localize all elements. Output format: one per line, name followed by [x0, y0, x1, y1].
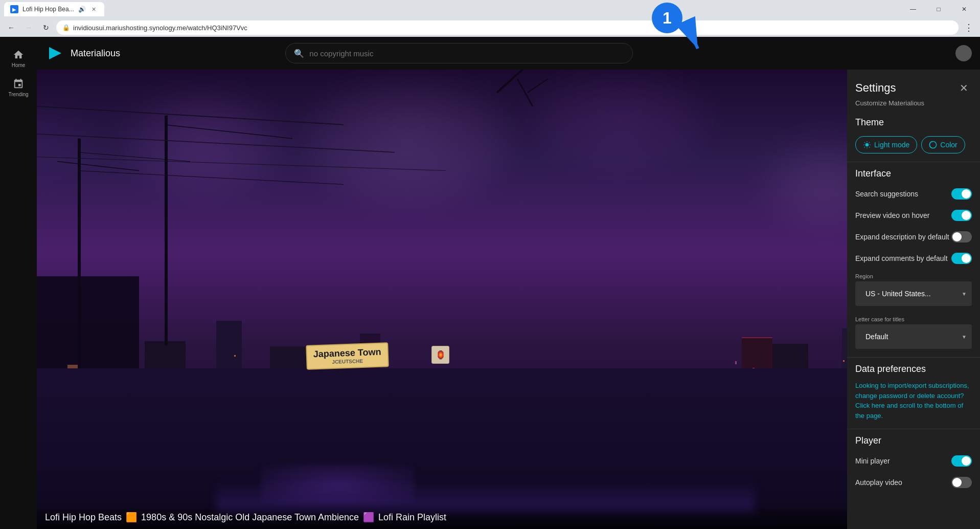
expand-comments-row: Expand comments by default ✓: [847, 248, 980, 269]
search-suggestions-label: Search suggestions: [855, 190, 918, 198]
preview-video-label: Preview video on hover: [855, 211, 930, 219]
player-section-title: Player: [847, 431, 980, 450]
sidebar-trending-label: Trending: [8, 92, 28, 97]
search-suggestions-toggle[interactable]: ✓: [951, 188, 972, 200]
video-title-emoji1: 🟧: [126, 512, 137, 523]
sidebar-item-trending[interactable]: Trending: [2, 74, 35, 101]
home-icon: [13, 49, 24, 60]
restore-button[interactable]: □: [927, 1, 950, 17]
expand-comments-label: Expand comments by default: [855, 254, 948, 262]
browser-toolbar: ← → ↻ 🔒 invidiousui.mariushosting.synolo…: [0, 18, 980, 37]
letter-case-select[interactable]: Default Uppercase Lowercase: [855, 324, 972, 349]
app-name: Materialious: [71, 48, 120, 59]
toggle-check-icon: ✓: [966, 191, 970, 197]
tab-favicon: ▶: [10, 5, 18, 13]
region-select-wrapper: US - United States... GB - United Kingdo…: [855, 281, 972, 306]
close-button[interactable]: ✕: [952, 1, 976, 17]
tab-title: Lofi Hip Hop Bea...: [22, 6, 74, 13]
letter-case-label: Letter case for titles: [855, 316, 972, 322]
sidebar-item-home[interactable]: Home: [2, 45, 35, 72]
small-sign: 🏮: [431, 346, 449, 364]
svg-point-14: [865, 143, 869, 147]
settings-close-button[interactable]: ✕: [955, 80, 972, 96]
toggle-check-icon-4: ✓: [966, 458, 970, 464]
url-text: invidiousui.mariushosting.synology.me/wa…: [73, 24, 247, 32]
divider-2: [847, 357, 980, 358]
video-title-bar: Lofi Hip Hop Beats 🟧 1980s & 90s Nostalg…: [37, 501, 934, 529]
address-bar[interactable]: 🔒 invidiousui.mariushosting.synology.me/…: [56, 20, 959, 35]
video-title-part2: 1980s & 90s Nostalgic Old Japanese Town …: [141, 512, 359, 523]
letter-case-select-input[interactable]: Default Uppercase Lowercase: [860, 328, 958, 345]
sidebar-home-label: Home: [12, 62, 26, 68]
sidebar: Home Trending: [0, 37, 37, 529]
reload-button[interactable]: ↻: [39, 20, 53, 35]
toggle-check-icon-2: ✓: [966, 213, 970, 218]
window-controls: — □ ✕: [901, 1, 976, 17]
svg-line-10: [497, 70, 522, 93]
video-title-part3: Lofi Rain Playlist: [378, 512, 446, 523]
forward-button[interactable]: →: [21, 20, 36, 35]
trending-icon: [13, 78, 24, 90]
preview-video-row: Preview video on hover ✓: [847, 205, 980, 226]
region-label: Region: [855, 273, 972, 279]
color-button[interactable]: Color: [921, 136, 965, 153]
region-group: Region US - United States... GB - United…: [847, 269, 980, 312]
expand-description-row: Expand description by default: [847, 226, 980, 248]
header: Materialious 🔍: [37, 37, 980, 70]
tab-close-button[interactable]: ✕: [90, 5, 98, 13]
search-input[interactable]: [309, 49, 624, 58]
search-icon: 🔍: [294, 49, 304, 58]
autoplay-toggle[interactable]: [951, 477, 972, 488]
theme-buttons: Light mode Color: [847, 132, 980, 160]
settings-title: Settings: [855, 81, 896, 95]
region-select-input[interactable]: US - United States... GB - United Kingdo…: [860, 285, 958, 302]
svg-marker-0: [49, 47, 61, 59]
sign-text: Japanese Town: [313, 346, 381, 360]
data-preferences-link[interactable]: Looking to import/export subscriptions, …: [855, 380, 969, 422]
browser-tab[interactable]: ▶ Lofi Hip Hop Bea... 🔊 ✕: [4, 2, 104, 16]
autoplay-row: Autoplay video: [847, 472, 980, 493]
app-container: Home Trending Materialious 🔍: [0, 37, 980, 529]
avatar[interactable]: [955, 45, 972, 61]
header-right: [955, 45, 972, 61]
settings-header: Settings ✕: [847, 70, 980, 98]
logo-icon: [45, 43, 65, 63]
video-player[interactable]: Japanese Town JCEUTSCHE 🏮 Lofi Hip Hop B…: [37, 70, 934, 529]
minimize-button[interactable]: —: [901, 1, 925, 17]
settings-subtitle: Customize Materialious: [847, 98, 980, 113]
video-title-part1: Lofi Hip Hop Beats: [45, 512, 122, 523]
toggle-check-icon-3: ✓: [966, 256, 970, 261]
region-select[interactable]: US - United States... GB - United Kingdo…: [855, 281, 972, 306]
mini-player-label: Mini player: [855, 457, 890, 465]
search-bar[interactable]: 🔍: [285, 43, 633, 63]
browser-chrome: ▶ Lofi Hip Hop Bea... 🔊 ✕ — □ ✕ ← → ↻ 🔒 …: [0, 0, 980, 37]
browser-menu-button[interactable]: ⋮: [962, 20, 976, 35]
expand-description-toggle[interactable]: [951, 231, 972, 243]
sun-icon: [863, 141, 871, 149]
light-mode-button[interactable]: Light mode: [855, 136, 917, 153]
preview-video-toggle[interactable]: ✓: [951, 210, 972, 221]
expand-comments-toggle[interactable]: ✓: [951, 253, 972, 264]
svg-line-12: [517, 79, 533, 106]
video-title-emoji2: 🟪: [363, 512, 374, 523]
tab-mute-icon[interactable]: 🔊: [78, 6, 86, 13]
color-icon: [929, 141, 937, 149]
light-mode-label: Light mode: [874, 141, 909, 149]
expand-description-label: Expand description by default: [855, 233, 949, 241]
theme-section-title: Theme: [847, 113, 980, 132]
japanese-town-sign: Japanese Town JCEUTSCHE: [306, 342, 389, 370]
letter-case-select-wrapper: Default Uppercase Lowercase: [855, 324, 972, 349]
lock-icon: 🔒: [62, 24, 70, 31]
search-suggestions-row: Search suggestions ✓: [847, 183, 980, 205]
interface-section-title: Interface: [847, 164, 980, 183]
mini-player-row: Mini player ✓: [847, 450, 980, 472]
settings-panel: Settings ✕ Customize Materialious Theme …: [847, 70, 980, 529]
data-prefs-content: Looking to import/export subscriptions, …: [847, 379, 980, 427]
video-area: Japanese Town JCEUTSCHE 🏮 Lofi Hip Hop B…: [37, 70, 934, 529]
data-prefs-section-title: Data preferences: [847, 360, 980, 379]
browser-titlebar: ▶ Lofi Hip Hop Bea... 🔊 ✕ — □ ✕: [0, 0, 980, 18]
mini-player-toggle[interactable]: ✓: [951, 455, 972, 467]
autoplay-label: Autoplay video: [855, 478, 902, 487]
back-button[interactable]: ←: [4, 20, 18, 35]
letter-case-group: Letter case for titles Default Uppercase…: [847, 312, 980, 355]
